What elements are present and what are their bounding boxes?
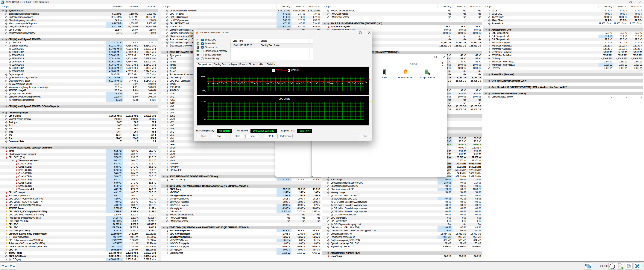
svg-text:%: % — [197, 43, 198, 45]
